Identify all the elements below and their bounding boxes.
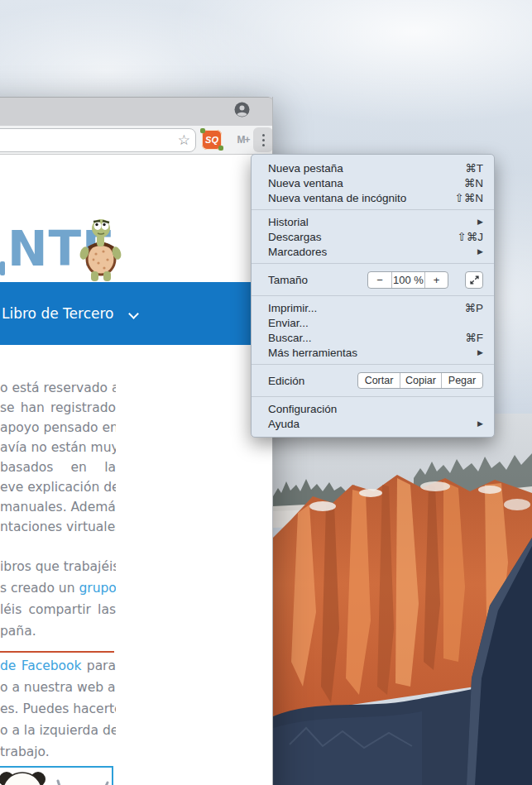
tab-strip	[0, 97, 273, 126]
bookmark-star-icon[interactable]: ☆	[178, 132, 190, 149]
browser-toolbar: ☆ SQ M+	[0, 126, 273, 155]
zoom-out-button[interactable]: −	[368, 272, 391, 288]
zoom-in-button[interactable]: +	[424, 272, 448, 288]
menu-item-find[interactable]: Buscar... ⌘F	[252, 330, 494, 345]
chevron-down-icon	[128, 309, 139, 319]
copy-button[interactable]: Copiar	[400, 373, 441, 388]
menu-item-new-window[interactable]: Nueva ventana ⌘N	[252, 175, 494, 190]
desktop: ☆ SQ M+ NTE	[0, 0, 532, 785]
submenu-arrow-icon: ▶	[477, 419, 483, 428]
submenu-arrow-icon: ▶	[477, 348, 483, 357]
submenu-arrow-icon: ▶	[477, 218, 483, 226]
profile-avatar-icon[interactable]	[234, 102, 250, 117]
menu-section-edit: Edición Cortar Copiar Pegar	[252, 364, 494, 396]
menu-item-more-tools[interactable]: Más herramientas ▶	[252, 345, 494, 360]
paragraph-2: ibros que trabajéis s creado un grupo lé…	[0, 556, 116, 642]
webpage-content: NTE Libro de Tercero	[0, 156, 273, 785]
menu-item-new-tab[interactable]: Nueva pestaña ⌘T	[252, 160, 494, 175]
address-bar[interactable]: ☆	[0, 128, 196, 152]
article-image-box	[0, 766, 113, 785]
menu-section-actions: Imprimir... ⌘P Enviar... Buscar... ⌘F Má…	[252, 295, 494, 364]
zoom-segmented-control: − 100 % +	[367, 271, 448, 289]
menu-section-windows: Nueva pestaña ⌘T Nueva ventana ⌘N Nueva …	[252, 156, 494, 209]
el-capitan-mountain-image	[273, 414, 532, 785]
fullscreen-button[interactable]	[465, 271, 483, 289]
facebook-link[interactable]: de Facebook	[0, 658, 82, 673]
panda-illustration	[0, 771, 51, 785]
expand-diagonal-icon	[469, 275, 480, 285]
menu-item-settings[interactable]: Configuración	[252, 401, 494, 416]
paragraph-3: de Facebook para o a nuestra web así es.…	[0, 655, 116, 763]
menu-item-history[interactable]: Historial ▶	[252, 214, 494, 229]
cut-button[interactable]: Cortar	[358, 373, 400, 388]
extension-icon-mplus[interactable]: M+	[233, 130, 253, 150]
browser-window: ☆ SQ M+ NTE	[0, 97, 273, 785]
menu-item-help[interactable]: Ayuda ▶	[252, 416, 494, 431]
paste-button[interactable]: Pegar	[441, 373, 482, 388]
menu-item-edit: Edición Cortar Copiar Pegar	[252, 369, 494, 392]
menu-section-history: Historial ▶ Descargas ⇧⌘J Marcadores ▶	[252, 209, 494, 263]
page-nav-bar[interactable]: Libro de Tercero	[0, 282, 273, 345]
submenu-arrow-icon: ▶	[477, 247, 483, 256]
menu-section-zoom: Tamaño − 100 % +	[252, 263, 494, 295]
menu-item-print[interactable]: Imprimir... ⌘P	[252, 300, 494, 315]
menu-dots-icon	[262, 134, 265, 136]
menu-item-zoom: Tamaño − 100 % +	[252, 268, 494, 291]
extension-icon-sq[interactable]: SQ	[202, 130, 222, 150]
menu-section-settings: Configuración Ayuda ▶	[252, 396, 494, 435]
zoom-level-value: 100 %	[391, 272, 424, 288]
logo-letter-fragment	[0, 261, 5, 275]
nav-title: Libro de Tercero	[2, 305, 113, 322]
edit-buttons-group: Cortar Copiar Pegar	[357, 372, 483, 389]
chrome-menu-dropdown: Nueva pestaña ⌘T Nueva ventana ⌘N Nueva …	[251, 154, 495, 438]
spider-illustration	[51, 774, 113, 785]
turtle-mascot-image	[79, 218, 122, 283]
menu-item-incognito[interactable]: Nueva ventana de incógnito ⇧⌘N	[252, 190, 494, 205]
grupo-link[interactable]: grupo	[79, 581, 116, 596]
paragraph-1: o está reservado a se han registrado apo…	[0, 378, 116, 537]
menu-item-send[interactable]: Enviar...	[252, 315, 494, 330]
chrome-menu-button[interactable]	[253, 127, 273, 152]
menu-item-bookmarks[interactable]: Marcadores ▶	[252, 244, 494, 259]
orange-divider	[0, 651, 114, 653]
menu-item-downloads[interactable]: Descargas ⇧⌘J	[252, 229, 494, 244]
